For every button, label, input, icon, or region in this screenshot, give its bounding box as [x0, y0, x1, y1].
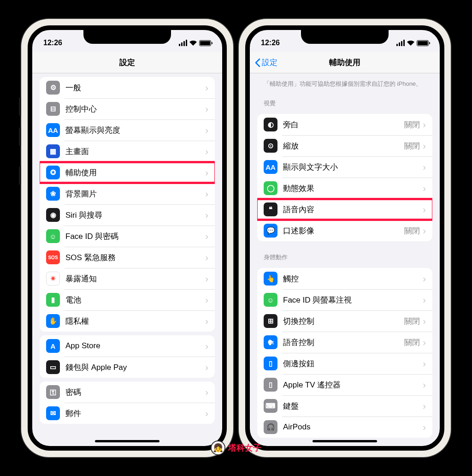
status-time: 12:26	[261, 39, 280, 47]
accessibility-icon: ✪	[46, 166, 60, 179]
row-label: 顯示與文字大小	[283, 162, 423, 173]
nav-title: 輔助使用	[329, 57, 360, 68]
row-privacy[interactable]: ✋隱私權›	[40, 310, 215, 332]
control-center-icon: ⊟	[46, 102, 60, 116]
battery-icon: ▮	[46, 293, 60, 307]
accessibility-list[interactable]: 「輔助使用」功能可協助您根據個別需求自訂您的 iPhone。 視覺◐旁白關閉›⊙…	[250, 73, 440, 446]
chevron-right-icon: ›	[423, 141, 426, 150]
audio-desc-icon: 💬	[264, 224, 277, 238]
row-motion[interactable]: ◯動態效果›	[257, 178, 432, 199]
settings-group: ⚿密碼›✉郵件›	[40, 381, 215, 424]
row-value: 關閉	[404, 316, 420, 327]
row-siri[interactable]: ◉Siri 與搜尋›	[40, 204, 215, 226]
row-label: 郵件	[65, 408, 205, 419]
row-audio-desc[interactable]: 💬口述影像關閉›	[257, 220, 432, 241]
chevron-right-icon: ›	[205, 83, 208, 92]
faceid-icon: ☺	[46, 229, 60, 243]
row-passwords[interactable]: ⚿密碼›	[40, 381, 215, 403]
row-label: 電池	[65, 295, 205, 305]
back-button[interactable]: 設定	[254, 57, 277, 68]
row-face-attention[interactable]: ☺Face ID 與螢幕注視›	[257, 289, 432, 310]
row-label: 一般	[65, 83, 205, 93]
row-airpods[interactable]: 🎧AirPods›	[257, 416, 432, 438]
row-spoken[interactable]: ❝語音內容›	[257, 199, 432, 220]
row-faceid[interactable]: ☺Face ID 與密碼›	[40, 226, 215, 247]
chevron-right-icon: ›	[205, 189, 208, 198]
home-indicator[interactable]	[313, 440, 377, 442]
row-label: 鍵盤	[283, 401, 423, 411]
row-display-text[interactable]: AA顯示與文字大小›	[257, 156, 432, 178]
row-wallpaper[interactable]: ❀背景圖片›	[40, 183, 215, 204]
chevron-right-icon: ›	[205, 232, 208, 241]
chevron-right-icon: ›	[423, 295, 426, 304]
touch-icon: 👆	[264, 272, 277, 286]
home-indicator[interactable]	[95, 440, 159, 442]
row-label: 側邊按鈕	[283, 358, 423, 369]
chevron-right-icon: ›	[205, 104, 208, 113]
row-value: 關閉	[404, 337, 420, 348]
display-text-icon: AA	[264, 160, 277, 174]
row-appstore[interactable]: AApp Store›	[40, 335, 215, 357]
exposure-icon: ✴	[46, 272, 60, 286]
side-button-icon: ▯	[264, 357, 277, 370]
row-label: 旁白	[283, 119, 404, 130]
battery-icon	[199, 40, 211, 46]
row-label: AirPods	[283, 422, 423, 432]
row-exposure[interactable]: ✴暴露通知›	[40, 268, 215, 289]
row-general[interactable]: ⚙一般›	[40, 77, 215, 98]
voice-control-icon: 🗣	[264, 335, 277, 349]
row-apple-tv[interactable]: ▯Apple TV 遙控器›	[257, 374, 432, 395]
chevron-right-icon: ›	[423, 162, 426, 172]
row-label: 主畫面	[65, 146, 205, 157]
chevron-right-icon: ›	[205, 341, 208, 351]
section-description: 「輔助使用」功能可協助您根據個別需求自訂您的 iPhone。	[250, 73, 440, 91]
chevron-right-icon: ›	[423, 120, 426, 129]
section-header: 身體動作	[250, 245, 440, 264]
row-wallet[interactable]: ▭錢包與 Apple Pay›	[40, 357, 215, 378]
nav-bar: 設定	[32, 52, 222, 73]
chevron-right-icon: ›	[423, 380, 426, 389]
row-zoom[interactable]: ⊙縮放關閉›	[257, 135, 432, 156]
chevron-right-icon: ›	[205, 295, 208, 304]
row-label: 控制中心	[65, 104, 205, 114]
row-control-center[interactable]: ⊟控制中心›	[40, 98, 215, 119]
chevron-right-icon: ›	[205, 316, 208, 326]
chevron-right-icon: ›	[205, 210, 208, 220]
chevron-right-icon: ›	[423, 338, 426, 347]
row-mail[interactable]: ✉郵件›	[40, 403, 215, 424]
nav-title: 設定	[119, 57, 135, 68]
face-attention-icon: ☺	[264, 293, 277, 307]
row-voice-control[interactable]: 🗣語音控制關閉›	[257, 332, 432, 353]
row-label: 口述影像	[283, 226, 404, 236]
chevron-right-icon: ›	[205, 168, 208, 177]
row-switch-control[interactable]: ⊞切換控制關閉›	[257, 310, 432, 332]
row-side-button[interactable]: ▯側邊按鈕›	[257, 353, 432, 374]
row-battery[interactable]: ▮電池›	[40, 289, 215, 310]
appstore-icon: A	[46, 339, 60, 353]
settings-list[interactable]: ⚙一般›⊟控制中心›AA螢幕顯示與亮度›▦主畫面›✪輔助使用›❀背景圖片›◉Si…	[32, 73, 222, 446]
chevron-right-icon: ›	[205, 387, 208, 397]
row-keyboard[interactable]: ⌨鍵盤›	[257, 395, 432, 416]
keyboard-icon: ⌨	[264, 399, 277, 413]
row-voiceover[interactable]: ◐旁白關閉›	[257, 114, 432, 135]
voiceover-icon: ◐	[264, 118, 277, 131]
passwords-icon: ⚿	[46, 385, 60, 399]
phone-mockup-left: 12:26 設定 ⚙一般›⊟控制中心›AA螢幕顯示與亮度›▦主畫面›✪輔助使用›…	[21, 19, 233, 457]
chevron-right-icon: ›	[205, 363, 208, 372]
watermark-avatar-icon: 👧	[211, 440, 225, 455]
status-icons	[179, 40, 211, 46]
row-label: Siri 與搜尋	[65, 210, 205, 220]
chevron-right-icon: ›	[423, 205, 426, 214]
chevron-right-icon: ›	[205, 147, 208, 156]
chevron-right-icon: ›	[423, 316, 426, 326]
row-touch[interactable]: 👆觸控›	[257, 268, 432, 289]
row-home-screen[interactable]: ▦主畫面›	[40, 141, 215, 162]
row-display[interactable]: AA螢幕顯示與亮度›	[40, 119, 215, 141]
screen: 12:26 設定 輔助使用 「輔助使用」功能可協助您根據個別需求自訂您的 iPh…	[245, 25, 444, 451]
phone-mockup-right: 12:26 設定 輔助使用 「輔助使用」功能可協助您根據個別需求自訂您的 iPh…	[239, 19, 451, 457]
row-sos[interactable]: SOSSOS 緊急服務›	[40, 247, 215, 268]
row-label: 語音控制	[283, 337, 404, 348]
sos-icon: SOS	[46, 250, 60, 264]
row-accessibility[interactable]: ✪輔助使用›	[40, 162, 215, 183]
cellular-icon	[396, 40, 405, 46]
